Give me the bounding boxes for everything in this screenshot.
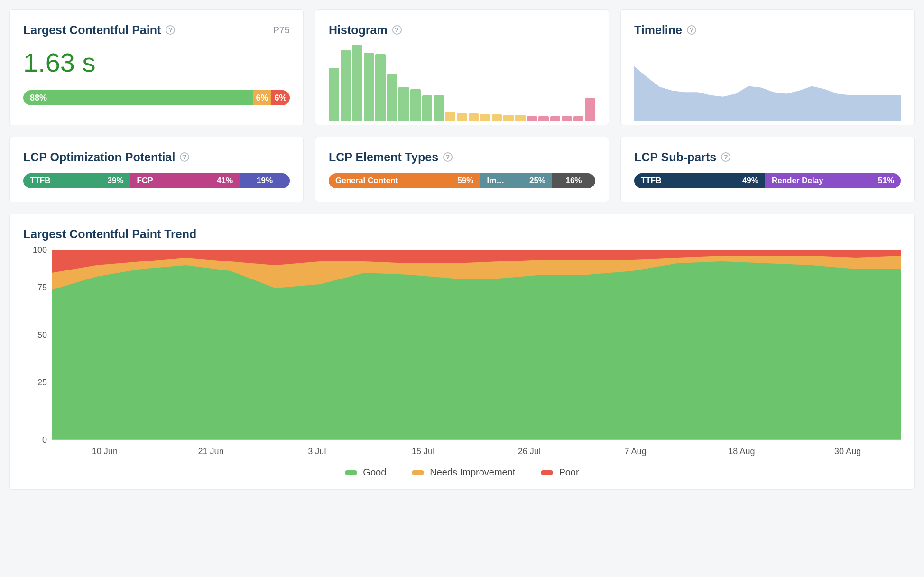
help-icon[interactable]: ?	[166, 25, 175, 35]
percentile-badge: P75	[273, 25, 290, 36]
histogram-bar	[352, 45, 362, 121]
pill-segment: FCP41%	[130, 173, 240, 188]
sub-parts-card: LCP Sub-parts ? TTFB49%Render Delay51%	[620, 137, 915, 202]
pill-segment: Im…25%	[480, 173, 552, 188]
pill-segment: TTFB49%	[634, 173, 765, 188]
help-icon[interactable]: ?	[443, 152, 453, 162]
pill-segment: Render Delay51%	[765, 173, 901, 188]
element-types-card: LCP Element Types ? General Content59%Im…	[315, 137, 609, 202]
legend-needs: Needs Improvement	[412, 467, 515, 478]
dist-poor: 6%	[271, 90, 290, 105]
histogram-chart	[329, 45, 595, 121]
trend-title: Largest Contentful Paint Trend	[23, 227, 196, 241]
histogram-bar	[538, 116, 549, 121]
optimization-potential-card: LCP Optimization Potential ? TTFB39%FCP4…	[9, 137, 304, 202]
lcp-title: Largest Contentful Paint	[23, 23, 161, 37]
histogram-bar	[398, 87, 409, 121]
lcp-value: 1.63 s	[23, 47, 290, 78]
timeline-chart	[634, 45, 901, 121]
histogram-bar	[515, 115, 526, 121]
help-icon[interactable]: ?	[721, 152, 730, 162]
histogram-bar	[480, 114, 490, 121]
help-icon[interactable]: ?	[687, 25, 696, 35]
pill-segment: 19%	[240, 173, 290, 188]
trend-legend: Good Needs Improvement Poor	[23, 456, 901, 478]
pill-segment: 16%	[552, 173, 595, 188]
subparts-title: LCP Sub-parts	[634, 150, 716, 164]
trend-x-axis: 10 Jun 21 Jun 3 Jul 15 Jul 26 Jul 7 Aug …	[52, 440, 901, 456]
histogram-title: Histogram	[329, 23, 388, 37]
subparts-pill-bar: TTFB49%Render Delay51%	[634, 173, 901, 188]
dist-needs: 6%	[253, 90, 271, 105]
pill-segment: General Content59%	[329, 173, 480, 188]
etype-title: LCP Element Types	[329, 150, 438, 164]
histogram-bar	[550, 116, 561, 121]
histogram-bar	[492, 114, 502, 121]
trend-chart	[52, 250, 901, 440]
histogram-bar	[341, 50, 351, 121]
timeline-card: Timeline ?	[620, 9, 915, 125]
help-icon[interactable]: ?	[392, 25, 402, 35]
histogram-bar	[457, 113, 467, 121]
legend-good: Good	[345, 467, 386, 478]
histogram-bar	[410, 89, 421, 121]
histogram-bar	[469, 113, 479, 121]
histogram-bar	[434, 95, 444, 121]
dist-good: 88%	[23, 90, 253, 105]
lcp-distribution-bar: 88% 6% 6%	[23, 90, 290, 105]
histogram-bar	[422, 95, 433, 121]
help-icon[interactable]: ?	[180, 152, 189, 162]
histogram-bar	[387, 74, 397, 121]
trend-card: Largest Contentful Paint Trend 0 25 50 7…	[9, 214, 915, 490]
histogram-card: Histogram ?	[315, 9, 609, 125]
histogram-bar	[329, 68, 339, 121]
pill-segment: TTFB39%	[23, 173, 130, 188]
etype-pill-bar: General Content59%Im…25%16%	[329, 173, 595, 188]
histogram-bar	[562, 116, 572, 121]
trend-y-axis: 0 25 50 75 100	[23, 250, 50, 440]
legend-poor: Poor	[541, 467, 579, 478]
histogram-bar	[375, 54, 386, 121]
histogram-bar	[445, 112, 456, 121]
timeline-title: Timeline	[634, 23, 682, 37]
lcp-summary-card: Largest Contentful Paint ? P75 1.63 s 88…	[9, 9, 304, 125]
histogram-bar	[527, 116, 537, 121]
histogram-bar	[503, 115, 514, 121]
opt-pill-bar: TTFB39%FCP41%19%	[23, 173, 290, 188]
histogram-bar	[585, 98, 595, 121]
opt-title: LCP Optimization Potential	[23, 150, 175, 164]
histogram-bar	[364, 53, 374, 121]
histogram-bar	[573, 116, 584, 121]
